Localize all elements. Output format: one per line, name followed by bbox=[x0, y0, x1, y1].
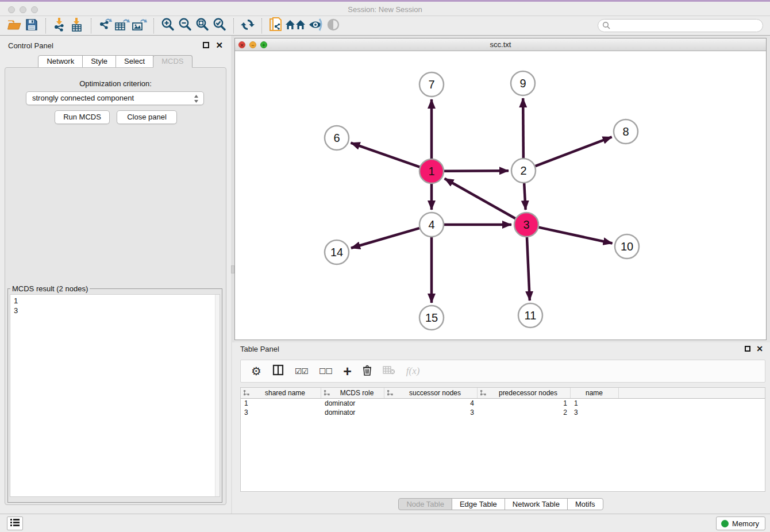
graph-node-1[interactable]: 1 bbox=[419, 159, 444, 183]
select-all-columns-button[interactable]: ☑☑ bbox=[295, 367, 308, 376]
eye-disabled-icon bbox=[326, 18, 341, 34]
application-window: Session: New Session bbox=[0, 0, 770, 532]
tab-edge-table[interactable]: Edge Table bbox=[452, 498, 505, 510]
svg-text:11: 11 bbox=[525, 309, 537, 322]
clone-network-icon bbox=[268, 17, 283, 35]
cell-shared-name: 1 bbox=[241, 399, 321, 407]
graph-node-3[interactable]: 3 bbox=[514, 213, 538, 237]
tab-network-table[interactable]: Network Table bbox=[505, 498, 568, 510]
export-table-button[interactable] bbox=[114, 18, 131, 34]
close-table-panel-icon[interactable]: ✕ bbox=[756, 346, 763, 352]
criterion-dropdown[interactable]: strongly connected component bbox=[26, 91, 204, 105]
float-panel-icon[interactable] bbox=[203, 42, 209, 48]
graph-edge-2-9[interactable] bbox=[523, 98, 523, 158]
deselect-all-columns-button[interactable]: ☐☐ bbox=[319, 367, 332, 376]
result-scrollbar[interactable] bbox=[215, 295, 220, 496]
graph-node-4[interactable]: 4 bbox=[419, 213, 444, 237]
import-table-button[interactable] bbox=[68, 18, 86, 34]
log-console-button[interactable] bbox=[7, 516, 23, 530]
graph-edge-3-10[interactable] bbox=[538, 228, 612, 244]
show-columns-button[interactable] bbox=[272, 364, 284, 378]
toolbar-separator bbox=[45, 18, 46, 33]
import-network-button[interactable] bbox=[51, 18, 68, 34]
graph-edge-3-1[interactable] bbox=[445, 179, 515, 218]
column-header-shared-name[interactable]: shared name bbox=[241, 388, 321, 398]
list-icon bbox=[10, 518, 20, 529]
close-panel-button[interactable]: Close panel bbox=[117, 110, 177, 124]
import-table-icon bbox=[70, 17, 84, 34]
toolbar-separator bbox=[233, 18, 234, 33]
float-table-panel-icon[interactable] bbox=[745, 346, 750, 352]
table-header-row: shared name MCDS role successor nodes pr… bbox=[241, 388, 765, 399]
svg-text:10: 10 bbox=[621, 240, 633, 253]
graph-node-8[interactable]: 8 bbox=[614, 119, 638, 144]
graph-edge-1-6[interactable] bbox=[351, 143, 420, 167]
graph-node-10[interactable]: 10 bbox=[615, 234, 639, 259]
zoom-selected-button[interactable] bbox=[211, 18, 228, 34]
function-builder-button[interactable]: f(x) bbox=[406, 365, 420, 377]
mcds-result-textarea[interactable]: 1 3 bbox=[10, 294, 220, 497]
tab-motifs[interactable]: Motifs bbox=[567, 498, 603, 510]
run-mcds-button[interactable]: Run MCDS bbox=[55, 110, 110, 124]
graph-edge-2-8[interactable] bbox=[536, 137, 612, 166]
table-settings-button[interactable]: ⚙ bbox=[251, 364, 261, 378]
export-network-button[interactable] bbox=[97, 18, 114, 34]
show-graphics-details-button[interactable] bbox=[325, 18, 342, 34]
open-session-button[interactable] bbox=[6, 18, 23, 34]
graph-node-2[interactable]: 2 bbox=[511, 159, 536, 183]
control-panel-tabs: Network Style Select MCDS bbox=[0, 55, 231, 68]
clone-network-button[interactable] bbox=[267, 18, 284, 34]
network-window-titlebar[interactable]: ✕ − + scc.txt bbox=[235, 38, 766, 51]
column-header-predecessor-nodes[interactable]: predecessor nodes bbox=[478, 388, 571, 398]
graph-edge-2-3[interactable] bbox=[524, 183, 525, 210]
column-header-name[interactable]: name bbox=[571, 388, 619, 398]
graph-node-14[interactable]: 14 bbox=[325, 240, 349, 264]
chevron-up-down-icon bbox=[194, 94, 199, 107]
save-session-button[interactable] bbox=[23, 18, 40, 34]
search-input[interactable] bbox=[598, 19, 763, 32]
graph-node-9[interactable]: 9 bbox=[511, 71, 535, 95]
cell-successor-nodes: 3 bbox=[384, 408, 478, 417]
tab-node-table[interactable]: Node Table bbox=[398, 498, 452, 510]
delete-columns-button[interactable] bbox=[363, 365, 372, 378]
import-network-icon bbox=[52, 17, 67, 34]
graph-edge-4-14[interactable] bbox=[351, 228, 419, 248]
column-header-successor-nodes[interactable]: successor nodes bbox=[384, 388, 478, 398]
zoom-out-button[interactable] bbox=[176, 18, 194, 34]
optimization-criterion-label: Optimization criterion: bbox=[5, 79, 226, 88]
export-image-button[interactable] bbox=[131, 18, 148, 34]
hide-selected-button[interactable] bbox=[307, 18, 325, 34]
graph-node-15[interactable]: 15 bbox=[419, 306, 444, 330]
graph-node-6[interactable]: 6 bbox=[325, 126, 349, 150]
zoom-in-button[interactable] bbox=[159, 18, 176, 34]
delete-table-button[interactable] bbox=[383, 365, 395, 377]
network-view-window: ✕ − + scc.txt 1234678910111415 bbox=[234, 38, 767, 340]
first-neighbors-button[interactable] bbox=[284, 18, 307, 34]
status-bar: Memory bbox=[0, 514, 770, 532]
control-panel: Control Panel ✕ Network Style Select MCD… bbox=[0, 36, 231, 514]
tab-network[interactable]: Network bbox=[38, 55, 83, 68]
tab-select[interactable]: Select bbox=[116, 55, 153, 68]
graph-edge-1-2[interactable] bbox=[444, 171, 509, 171]
graph-edge-3-11[interactable] bbox=[527, 237, 530, 300]
close-panel-icon[interactable]: ✕ bbox=[215, 42, 223, 48]
control-panel-title: Control Panel bbox=[8, 41, 53, 50]
create-column-button[interactable]: + bbox=[343, 365, 352, 377]
tab-style[interactable]: Style bbox=[82, 55, 116, 68]
eye-slash-icon bbox=[308, 18, 324, 34]
tab-mcds[interactable]: MCDS bbox=[153, 55, 192, 68]
graph-node-7[interactable]: 7 bbox=[419, 72, 444, 97]
toolbar-separator bbox=[261, 18, 262, 33]
table-panel: Table Panel ✕ ⚙ ☑☑ ☐☐ + f(x) shared name… bbox=[232, 342, 770, 514]
svg-text:2: 2 bbox=[520, 164, 526, 177]
apply-layout-button[interactable] bbox=[239, 18, 256, 34]
zoom-fit-button[interactable] bbox=[194, 18, 211, 34]
graph-node-11[interactable]: 11 bbox=[518, 303, 542, 327]
column-header-mcds-role[interactable]: MCDS role bbox=[321, 388, 384, 398]
network-graph[interactable]: 1234678910111415 bbox=[235, 51, 766, 340]
svg-text:7: 7 bbox=[428, 78, 434, 91]
result-line: 3 bbox=[14, 306, 220, 315]
table-row[interactable]: 1 dominator 4 1 1 bbox=[241, 399, 765, 408]
table-row[interactable]: 3 dominator 3 2 3 bbox=[241, 408, 765, 417]
memory-button[interactable]: Memory bbox=[716, 516, 765, 530]
